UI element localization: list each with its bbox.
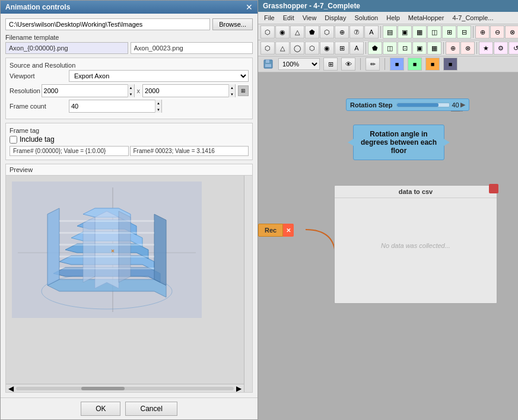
cancel-button[interactable]: Cancel	[125, 402, 177, 416]
gh-action-bar: 100% ⊞ 👁 ✏ ■ ■ ■ ■	[258, 56, 518, 72]
color-blue-icon[interactable]: ■	[390, 58, 404, 71]
filename-template-input[interactable]	[5, 42, 128, 54]
prim-icon-2[interactable]: ▣	[398, 26, 412, 39]
rec-component[interactable]: Rec ✕	[258, 224, 294, 237]
geo2-icon-3[interactable]: ◯	[290, 42, 304, 55]
geo2-icon-7[interactable]: A	[349, 42, 364, 55]
framecount-input[interactable]	[69, 102, 155, 110]
color-dark-icon[interactable]: ■	[443, 58, 457, 71]
framecount-row: Frame count ▲ ▼	[9, 100, 249, 113]
zoom-select[interactable]: 100%	[278, 58, 320, 70]
resolution-height-input[interactable]	[143, 87, 228, 95]
tooltip-text: Rotation angle indegrees between eachflo…	[361, 130, 437, 155]
prim2-icon-4[interactable]: ▣	[412, 42, 427, 55]
menu-edit[interactable]: Edit	[279, 13, 298, 23]
inp-icon-2[interactable]: ⊖	[490, 26, 504, 39]
geo-icon-3[interactable]: △	[290, 26, 304, 39]
gh-toolbar-row1: ⬡ ◉ △ ⬟ ⬡ ⊕ ⑦ A ▤ ▣ ▦ ◫ ⊞ ⊟ ⊕ ⊖ ⊗ ★ ❤ ⚙ …	[258, 24, 518, 40]
rotation-step-label: Rotation Step	[350, 101, 393, 109]
fit-view-icon[interactable]: ⊞	[323, 58, 338, 71]
geo-icon-5[interactable]: ⬡	[320, 26, 334, 39]
util2-icon-3[interactable]: ↺	[509, 42, 518, 55]
resolution-lock-icon[interactable]: ⊞	[238, 85, 249, 96]
scroll-track-h	[16, 387, 234, 390]
prim2-icon-5[interactable]: ▦	[427, 42, 441, 55]
resolution-width-input[interactable]	[42, 87, 128, 95]
inp-icon-3[interactable]: ⊗	[505, 26, 518, 39]
geo-icon-4[interactable]: ⬟	[305, 26, 319, 39]
resolution-height-spinner: ▲ ▼	[228, 84, 235, 97]
geo-icon-2[interactable]: ◉	[275, 26, 290, 39]
eye-icon[interactable]: 👁	[341, 58, 355, 71]
prim2-icon-1[interactable]: ⬟	[368, 42, 382, 55]
rotation-step-arrow: ▶	[460, 101, 465, 109]
geo2-icon-1[interactable]: ⬡	[260, 42, 275, 55]
preview-section: Preview	[5, 164, 253, 393]
prim2-icon-3[interactable]: ⊡	[398, 42, 412, 55]
viewport-select[interactable]: Export Axon	[69, 70, 249, 82]
resolution-width-down[interactable]: ▼	[128, 91, 134, 97]
gh-canvas[interactable]: Rotation Step 40 ▶ Rotation angle indegr…	[258, 72, 518, 420]
util2-icon-1[interactable]: ★	[479, 42, 493, 55]
data-to-csv-component[interactable]: data to csv No data was collected...	[334, 185, 497, 304]
resolution-row: Resolution ▲ ▼ x	[9, 84, 249, 97]
resolution-inputs: ▲ ▼ x ▲ ▼ ⊞	[42, 84, 249, 97]
data-csv-close-button[interactable]	[489, 184, 498, 193]
ok-button[interactable]: OK	[81, 402, 120, 416]
resolution-height-up[interactable]: ▲	[229, 84, 235, 91]
gh-toolbar-row2: ⬡ △ ◯ ⬡ ◉ ⊞ A ⬟ ◫ ⊡ ▣ ▦ ⊕ ⊗ ★ ⚙ ↺ →	[258, 40, 518, 56]
menu-help[interactable]: Help	[383, 13, 403, 23]
rec-label[interactable]: Rec	[258, 224, 283, 237]
menu-4-7[interactable]: 4-7_Comple...	[449, 13, 497, 23]
geo-icon-8[interactable]: A	[364, 26, 379, 39]
inp-icon-1[interactable]: ⊕	[475, 26, 490, 39]
prim-icon-3[interactable]: ▦	[412, 26, 427, 39]
include-tag-checkbox[interactable]	[9, 136, 17, 144]
menu-file[interactable]: File	[260, 13, 278, 23]
resolution-width-up[interactable]: ▲	[128, 84, 134, 91]
geo2-icon-2[interactable]: △	[275, 42, 290, 55]
rec-close-button[interactable]: ✕	[283, 224, 294, 237]
color-orange-icon[interactable]: ■	[425, 58, 440, 71]
save-button[interactable]	[262, 58, 275, 71]
source-resolution-section: Source and Resolution Viewport Export Ax…	[5, 58, 253, 119]
include-tag-text: Include tag	[20, 135, 55, 144]
menu-solution[interactable]: Solution	[351, 13, 382, 23]
rotation-step-slider[interactable]	[396, 103, 450, 107]
prim-icon-1[interactable]: ▤	[383, 26, 397, 39]
geo-icon-7[interactable]: ⑦	[349, 26, 364, 39]
menu-display[interactable]: Display	[321, 13, 349, 23]
prim-icon-5[interactable]: ⊞	[442, 26, 456, 39]
rotation-step-component[interactable]: Rotation Step 40 ▶	[346, 98, 469, 111]
geo2-icon-4[interactable]: ⬡	[305, 42, 319, 55]
resolution-height-wrap: ▲ ▼	[142, 84, 236, 97]
scroll-right-arrow[interactable]: ▶	[236, 384, 241, 393]
prim-icon-6[interactable]: ⊟	[457, 26, 471, 39]
inp2-icon-1[interactable]: ⊕	[446, 42, 460, 55]
menu-view[interactable]: View	[299, 13, 320, 23]
util2-icon-2[interactable]: ⚙	[494, 42, 508, 55]
path-input[interactable]	[5, 18, 210, 30]
browse-button[interactable]: Browse...	[212, 18, 253, 30]
geo-icon-6[interactable]: ⊕	[335, 26, 349, 39]
resolution-height-down[interactable]: ▼	[229, 91, 235, 97]
framecount-up[interactable]: ▲	[155, 100, 161, 106]
preview-vscrollbar[interactable]	[244, 176, 252, 392]
rotation-step-value: 40	[452, 101, 459, 109]
framecount-spinner: ▲ ▼	[155, 100, 161, 113]
prim2-icon-2[interactable]: ◫	[383, 42, 397, 55]
resolution-control: ▲ ▼ x ▲ ▼ ⊞	[42, 84, 249, 97]
viewport-control: Export Axon	[69, 70, 249, 82]
color-pick-icon[interactable]: ✏	[366, 58, 380, 71]
framecount-down[interactable]: ▼	[155, 106, 161, 113]
geo-icon-1[interactable]: ⬡	[260, 26, 275, 39]
menu-metahopper[interactable]: MetaHopper	[405, 13, 448, 23]
panel-close-button[interactable]: ✕	[246, 3, 253, 11]
geo2-icon-6[interactable]: ⊞	[335, 42, 349, 55]
inp2-icon-2[interactable]: ⊗	[460, 42, 475, 55]
geo2-icon-5[interactable]: ◉	[320, 42, 334, 55]
prim-icon-4[interactable]: ◫	[427, 26, 441, 39]
scroll-left-arrow[interactable]: ◀	[8, 384, 14, 393]
preview-hscrollbar[interactable]: ◀ ▶	[6, 384, 244, 392]
color-green-icon[interactable]: ■	[408, 58, 422, 71]
